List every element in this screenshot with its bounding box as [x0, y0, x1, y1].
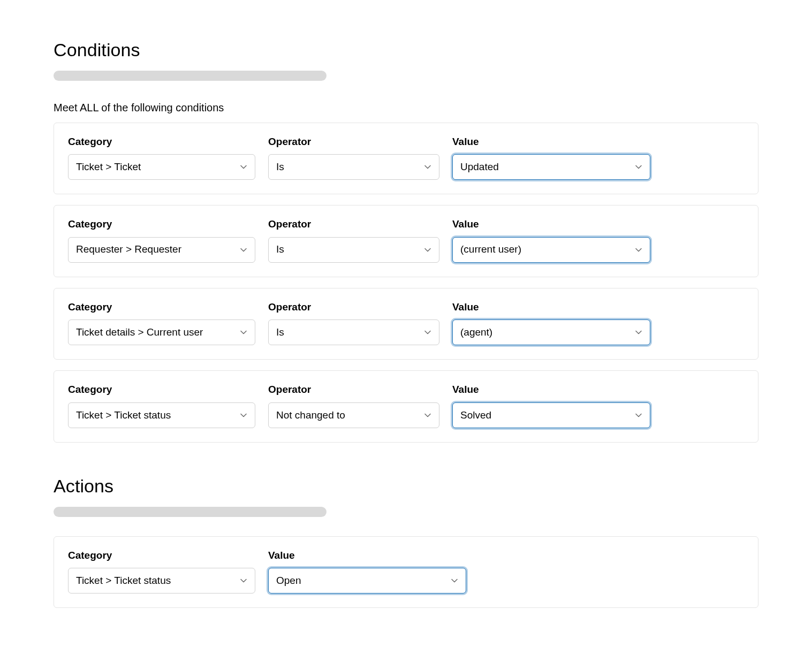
action-value-select[interactable]: Open: [268, 568, 466, 593]
condition-category-select[interactable]: Ticket > Ticket status: [68, 402, 255, 428]
condition-operator-group: Operator Not changed to: [268, 383, 439, 428]
select-value: Not changed to: [276, 408, 345, 423]
select-value: Ticket > Ticket status: [76, 574, 171, 588]
select-value: Requester > Requester: [76, 242, 181, 257]
value-label: Value: [452, 217, 650, 232]
conditions-description-placeholder: [54, 71, 327, 81]
condition-category-group: Category Requester > Requester: [68, 217, 255, 263]
condition-category-select[interactable]: Ticket details > Current user: [68, 319, 255, 345]
select-value: Updated: [460, 160, 499, 174]
chevron-down-icon: [240, 577, 247, 584]
chevron-down-icon: [240, 246, 247, 254]
select-value: Ticket details > Current user: [76, 325, 203, 340]
condition-value-select[interactable]: (current user): [452, 237, 650, 263]
operator-label: Operator: [268, 383, 439, 397]
condition-operator-select[interactable]: Is: [268, 154, 439, 180]
condition-operator-group: Operator Is: [268, 135, 439, 180]
select-value: (agent): [460, 325, 492, 340]
value-label: Value: [452, 383, 650, 397]
condition-row: Category Ticket > Ticket Operator Is Val…: [54, 123, 758, 195]
condition-operator-select[interactable]: Is: [268, 319, 439, 345]
select-value: Is: [276, 325, 284, 340]
chevron-down-icon: [635, 163, 642, 171]
condition-row: Category Ticket details > Current user O…: [54, 288, 758, 360]
condition-value-group: Value (agent): [452, 300, 650, 346]
value-label: Value: [452, 300, 650, 315]
select-value: Is: [276, 160, 284, 174]
action-category-select[interactable]: Ticket > Ticket status: [68, 568, 255, 593]
action-value-group: Value Open: [268, 549, 466, 594]
category-label: Category: [68, 383, 255, 397]
category-label: Category: [68, 300, 255, 315]
chevron-down-icon: [635, 412, 642, 419]
condition-value-select[interactable]: Solved: [452, 402, 650, 428]
chevron-down-icon: [635, 329, 642, 336]
value-label: Value: [268, 549, 466, 563]
condition-operator-select[interactable]: Not changed to: [268, 402, 439, 428]
operator-label: Operator: [268, 300, 439, 315]
condition-value-select[interactable]: (agent): [452, 319, 650, 345]
operator-label: Operator: [268, 135, 439, 149]
select-value: Ticket > Ticket status: [76, 408, 171, 423]
chevron-down-icon: [240, 329, 247, 336]
condition-category-group: Category Ticket > Ticket status: [68, 383, 255, 428]
rules-editor-page: Conditions Meet ALL of the following con…: [0, 0, 812, 661]
select-value: (current user): [460, 242, 521, 257]
conditions-subheading: Meet ALL of the following conditions: [54, 100, 758, 115]
actions-description-placeholder: [54, 507, 327, 517]
chevron-down-icon: [240, 412, 247, 419]
condition-value-select[interactable]: Updated: [452, 154, 650, 180]
operator-label: Operator: [268, 217, 439, 232]
action-category-group: Category Ticket > Ticket status: [68, 549, 255, 594]
condition-value-group: Value Solved: [452, 383, 650, 428]
condition-category-group: Category Ticket details > Current user: [68, 300, 255, 346]
value-label: Value: [452, 135, 650, 149]
condition-value-group: Value (current user): [452, 217, 650, 263]
select-value: Open: [276, 574, 301, 588]
condition-category-group: Category Ticket > Ticket: [68, 135, 255, 180]
condition-row: Category Ticket > Ticket status Operator…: [54, 370, 758, 443]
chevron-down-icon: [240, 163, 247, 171]
actions-heading: Actions: [54, 474, 758, 499]
condition-category-select[interactable]: Requester > Requester: [68, 237, 255, 263]
chevron-down-icon: [451, 577, 458, 584]
chevron-down-icon: [424, 412, 431, 419]
condition-operator-group: Operator Is: [268, 300, 439, 346]
condition-value-group: Value Updated: [452, 135, 650, 180]
condition-operator-select[interactable]: Is: [268, 237, 439, 263]
chevron-down-icon: [424, 329, 431, 336]
select-value: Ticket > Ticket: [76, 160, 141, 174]
select-value: Is: [276, 242, 284, 257]
category-label: Category: [68, 549, 255, 563]
category-label: Category: [68, 135, 255, 149]
select-value: Solved: [460, 408, 491, 423]
action-row: Category Ticket > Ticket status Value Op…: [54, 536, 758, 608]
chevron-down-icon: [424, 246, 431, 254]
chevron-down-icon: [424, 163, 431, 171]
condition-operator-group: Operator Is: [268, 217, 439, 263]
chevron-down-icon: [635, 246, 642, 254]
condition-category-select[interactable]: Ticket > Ticket: [68, 154, 255, 180]
conditions-heading: Conditions: [54, 37, 758, 63]
category-label: Category: [68, 217, 255, 232]
condition-row: Category Requester > Requester Operator …: [54, 205, 758, 277]
